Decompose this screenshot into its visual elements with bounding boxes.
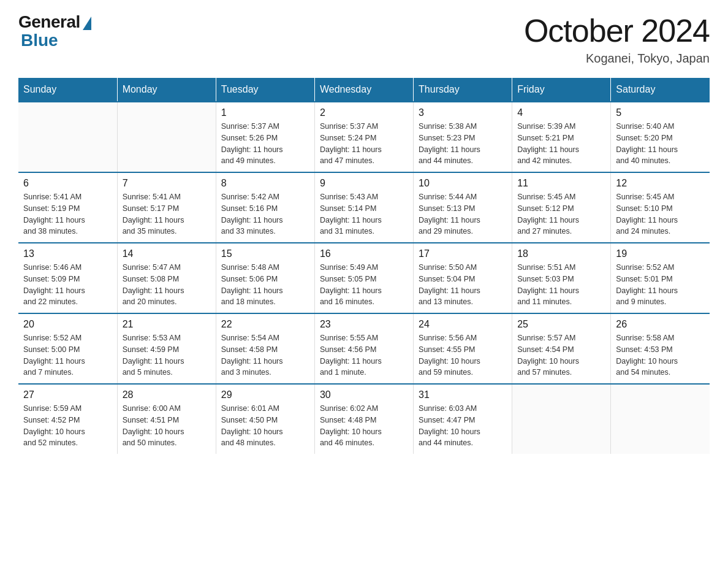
day-info: Sunrise: 5:58 AMSunset: 4:53 PMDaylight:… <box>616 332 705 378</box>
calendar-cell: 30Sunrise: 6:02 AMSunset: 4:48 PMDayligh… <box>314 384 413 454</box>
calendar-cell <box>117 102 216 172</box>
day-number: 2 <box>320 107 408 118</box>
day-info: Sunrise: 5:37 AMSunset: 5:24 PMDaylight:… <box>320 121 408 167</box>
logo: General Blue <box>18 12 91 50</box>
day-number: 13 <box>23 248 112 259</box>
calendar-cell: 31Sunrise: 6:03 AMSunset: 4:47 PMDayligh… <box>414 384 512 454</box>
calendar-cell <box>611 384 710 454</box>
day-number: 18 <box>517 248 605 259</box>
day-number: 5 <box>616 107 705 118</box>
day-number: 27 <box>23 389 112 400</box>
calendar-cell: 16Sunrise: 5:49 AMSunset: 5:05 PMDayligh… <box>314 243 413 313</box>
calendar-cell: 14Sunrise: 5:47 AMSunset: 5:08 PMDayligh… <box>117 243 216 313</box>
day-info: Sunrise: 5:52 AMSunset: 5:01 PMDaylight:… <box>616 262 705 308</box>
day-number: 7 <box>123 178 211 189</box>
day-number: 22 <box>221 319 309 330</box>
day-info: Sunrise: 5:39 AMSunset: 5:21 PMDaylight:… <box>517 121 605 167</box>
calendar-header-row: SundayMondayTuesdayWednesdayThursdayFrid… <box>18 78 710 102</box>
calendar-cell: 19Sunrise: 5:52 AMSunset: 5:01 PMDayligh… <box>611 243 710 313</box>
day-info: Sunrise: 6:01 AMSunset: 4:50 PMDaylight:… <box>221 403 309 449</box>
day-info: Sunrise: 6:03 AMSunset: 4:47 PMDaylight:… <box>419 403 507 449</box>
day-info: Sunrise: 5:59 AMSunset: 4:52 PMDaylight:… <box>23 403 112 449</box>
day-number: 24 <box>419 319 507 330</box>
calendar-cell: 25Sunrise: 5:57 AMSunset: 4:54 PMDayligh… <box>512 313 611 384</box>
calendar-cell: 3Sunrise: 5:38 AMSunset: 5:23 PMDaylight… <box>414 102 512 172</box>
calendar-cell: 24Sunrise: 5:56 AMSunset: 4:55 PMDayligh… <box>414 313 512 384</box>
day-info: Sunrise: 5:38 AMSunset: 5:23 PMDaylight:… <box>419 121 507 167</box>
day-number: 6 <box>23 178 112 189</box>
calendar-week-5: 27Sunrise: 5:59 AMSunset: 4:52 PMDayligh… <box>18 384 710 454</box>
day-info: Sunrise: 5:46 AMSunset: 5:09 PMDaylight:… <box>23 262 112 308</box>
calendar-cell: 4Sunrise: 5:39 AMSunset: 5:21 PMDaylight… <box>512 102 611 172</box>
calendar-cell: 23Sunrise: 5:55 AMSunset: 4:56 PMDayligh… <box>314 313 413 384</box>
column-header-saturday: Saturday <box>611 78 710 102</box>
calendar-cell: 27Sunrise: 5:59 AMSunset: 4:52 PMDayligh… <box>18 384 117 454</box>
calendar-cell: 18Sunrise: 5:51 AMSunset: 5:03 PMDayligh… <box>512 243 611 313</box>
calendar-cell: 17Sunrise: 5:50 AMSunset: 5:04 PMDayligh… <box>414 243 512 313</box>
day-info: Sunrise: 5:45 AMSunset: 5:10 PMDaylight:… <box>616 191 705 237</box>
day-info: Sunrise: 5:51 AMSunset: 5:03 PMDaylight:… <box>517 262 605 308</box>
day-number: 28 <box>123 389 211 400</box>
day-info: Sunrise: 5:52 AMSunset: 5:00 PMDaylight:… <box>23 332 112 378</box>
day-info: Sunrise: 5:43 AMSunset: 5:14 PMDaylight:… <box>320 191 408 237</box>
calendar-subtitle: Koganei, Tokyo, Japan <box>524 52 710 66</box>
day-number: 8 <box>221 178 309 189</box>
day-number: 1 <box>221 107 309 118</box>
day-number: 30 <box>320 389 408 400</box>
calendar-cell: 1Sunrise: 5:37 AMSunset: 5:26 PMDaylight… <box>216 102 314 172</box>
day-number: 4 <box>517 107 605 118</box>
calendar-cell: 11Sunrise: 5:45 AMSunset: 5:12 PMDayligh… <box>512 172 611 243</box>
day-info: Sunrise: 5:55 AMSunset: 4:56 PMDaylight:… <box>320 332 408 378</box>
column-header-friday: Friday <box>512 78 611 102</box>
calendar-cell: 29Sunrise: 6:01 AMSunset: 4:50 PMDayligh… <box>216 384 314 454</box>
column-header-monday: Monday <box>117 78 216 102</box>
day-info: Sunrise: 5:50 AMSunset: 5:04 PMDaylight:… <box>419 262 507 308</box>
day-info: Sunrise: 5:45 AMSunset: 5:12 PMDaylight:… <box>517 191 605 237</box>
calendar-cell: 9Sunrise: 5:43 AMSunset: 5:14 PMDaylight… <box>314 172 413 243</box>
calendar-cell: 5Sunrise: 5:40 AMSunset: 5:20 PMDaylight… <box>611 102 710 172</box>
day-number: 25 <box>517 319 605 330</box>
calendar-cell: 10Sunrise: 5:44 AMSunset: 5:13 PMDayligh… <box>414 172 512 243</box>
calendar-week-4: 20Sunrise: 5:52 AMSunset: 5:00 PMDayligh… <box>18 313 710 384</box>
title-section: October 2024 Koganei, Tokyo, Japan <box>524 12 710 66</box>
day-info: Sunrise: 5:41 AMSunset: 5:17 PMDaylight:… <box>123 191 211 237</box>
day-number: 16 <box>320 248 408 259</box>
calendar-cell: 6Sunrise: 5:41 AMSunset: 5:19 PMDaylight… <box>18 172 117 243</box>
day-number: 15 <box>221 248 309 259</box>
calendar-cell: 26Sunrise: 5:58 AMSunset: 4:53 PMDayligh… <box>611 313 710 384</box>
day-number: 11 <box>517 178 605 189</box>
day-info: Sunrise: 5:54 AMSunset: 4:58 PMDaylight:… <box>221 332 309 378</box>
column-header-thursday: Thursday <box>414 78 512 102</box>
day-info: Sunrise: 5:40 AMSunset: 5:20 PMDaylight:… <box>616 121 705 167</box>
day-number: 21 <box>123 319 211 330</box>
day-number: 3 <box>419 107 507 118</box>
day-info: Sunrise: 5:49 AMSunset: 5:05 PMDaylight:… <box>320 262 408 308</box>
day-number: 9 <box>320 178 408 189</box>
day-number: 10 <box>419 178 507 189</box>
day-number: 26 <box>616 319 705 330</box>
calendar-cell: 7Sunrise: 5:41 AMSunset: 5:17 PMDaylight… <box>117 172 216 243</box>
day-number: 12 <box>616 178 705 189</box>
calendar-table: SundayMondayTuesdayWednesdayThursdayFrid… <box>18 78 710 454</box>
calendar-week-3: 13Sunrise: 5:46 AMSunset: 5:09 PMDayligh… <box>18 243 710 313</box>
calendar-week-2: 6Sunrise: 5:41 AMSunset: 5:19 PMDaylight… <box>18 172 710 243</box>
column-header-wednesday: Wednesday <box>314 78 413 102</box>
day-number: 29 <box>221 389 309 400</box>
day-info: Sunrise: 6:02 AMSunset: 4:48 PMDaylight:… <box>320 403 408 449</box>
day-number: 19 <box>616 248 705 259</box>
day-info: Sunrise: 5:42 AMSunset: 5:16 PMDaylight:… <box>221 191 309 237</box>
day-info: Sunrise: 5:57 AMSunset: 4:54 PMDaylight:… <box>517 332 605 378</box>
calendar-title: October 2024 <box>524 12 710 49</box>
day-number: 23 <box>320 319 408 330</box>
column-header-sunday: Sunday <box>18 78 117 102</box>
calendar-cell: 12Sunrise: 5:45 AMSunset: 5:10 PMDayligh… <box>611 172 710 243</box>
day-number: 31 <box>419 389 507 400</box>
calendar-cell: 2Sunrise: 5:37 AMSunset: 5:24 PMDaylight… <box>314 102 413 172</box>
day-number: 17 <box>419 248 507 259</box>
calendar-cell <box>18 102 117 172</box>
logo-triangle-icon <box>83 17 91 30</box>
day-info: Sunrise: 5:37 AMSunset: 5:26 PMDaylight:… <box>221 121 309 167</box>
day-info: Sunrise: 5:53 AMSunset: 4:59 PMDaylight:… <box>123 332 211 378</box>
day-info: Sunrise: 5:48 AMSunset: 5:06 PMDaylight:… <box>221 262 309 308</box>
day-info: Sunrise: 5:44 AMSunset: 5:13 PMDaylight:… <box>419 191 507 237</box>
